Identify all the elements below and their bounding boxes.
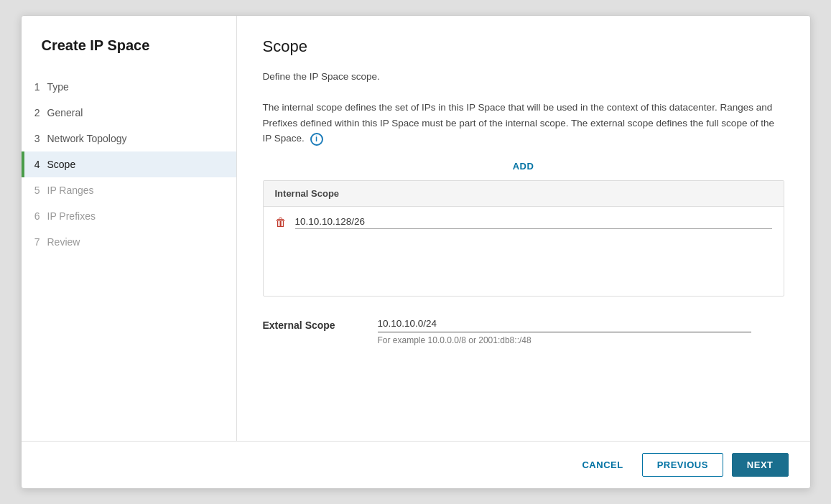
step-item-review[interactable]: 7 Review [22, 229, 236, 255]
section-title: Scope [263, 37, 784, 56]
external-scope-input-wrap: For example 10.0.0.0/8 or 2001:db8::/48 [378, 317, 784, 345]
step-number: 1 [22, 81, 47, 93]
create-ip-space-dialog: Create IP Space 1 Type 2 General 3 Netwo… [21, 15, 811, 489]
step-label: Network Topology [47, 133, 127, 144]
step-label: Review [47, 236, 80, 248]
description: Define the IP Space scope. The internal … [263, 69, 780, 146]
step-item-network-topology[interactable]: 3 Network Topology [22, 126, 236, 151]
step-number: 4 [22, 159, 47, 170]
sidebar: Create IP Space 1 Type 2 General 3 Netwo… [22, 16, 237, 441]
description-line1: Define the IP Space scope. [263, 69, 780, 85]
step-label: Scope [47, 159, 76, 170]
internal-scope-header: Internal Scope [264, 181, 784, 207]
next-button[interactable]: NEXT [732, 453, 789, 477]
step-number: 5 [22, 185, 47, 196]
step-label: IP Prefixes [47, 210, 96, 222]
main-content: Scope Define the IP Space scope. The int… [237, 16, 810, 441]
step-number: 7 [22, 236, 47, 248]
dialog-footer: CANCEL PREVIOUS NEXT [22, 441, 810, 488]
internal-scope-table: Internal Scope 🗑 10.10.10.128/26 [263, 180, 784, 297]
table-empty-area [264, 238, 784, 296]
dialog-body: Create IP Space 1 Type 2 General 3 Netwo… [22, 16, 810, 441]
step-item-general[interactable]: 2 General [22, 100, 236, 126]
step-label: General [47, 107, 83, 118]
sidebar-title: Create IP Space [22, 37, 236, 74]
steps-list: 1 Type 2 General 3 Network Topology 4 Sc… [22, 74, 236, 255]
step-item-scope: 4 Scope [22, 151, 236, 177]
cancel-button[interactable]: CANCEL [572, 454, 633, 476]
step-item-type[interactable]: 1 Type [22, 74, 236, 100]
step-label: Type [47, 81, 69, 93]
step-number: 2 [22, 107, 47, 118]
step-item-ip-ranges[interactable]: 5 IP Ranges [22, 177, 236, 203]
external-scope-label: External Scope [263, 317, 378, 331]
step-number: 3 [22, 133, 47, 144]
description-line2: The internal scope defines the set of IP… [263, 100, 780, 146]
info-icon[interactable]: i [310, 133, 323, 146]
previous-button[interactable]: PREVIOUS [642, 453, 723, 477]
step-label: IP Ranges [47, 185, 94, 196]
table-row: 🗑 10.10.10.128/26 [264, 207, 784, 238]
step-number: 6 [22, 210, 47, 222]
delete-icon[interactable]: 🗑 [275, 216, 287, 229]
external-scope-hint: For example 10.0.0.0/8 or 2001:db8::/48 [378, 335, 784, 345]
step-item-ip-prefixes[interactable]: 6 IP Prefixes [22, 203, 236, 229]
scope-value: 10.10.10.128/26 [295, 216, 772, 229]
external-scope-row: External Scope For example 10.0.0.0/8 or… [263, 317, 784, 345]
add-button[interactable]: ADD [263, 161, 784, 172]
internal-scope-rows: 🗑 10.10.10.128/26 [264, 207, 784, 238]
external-scope-input[interactable] [378, 317, 751, 332]
